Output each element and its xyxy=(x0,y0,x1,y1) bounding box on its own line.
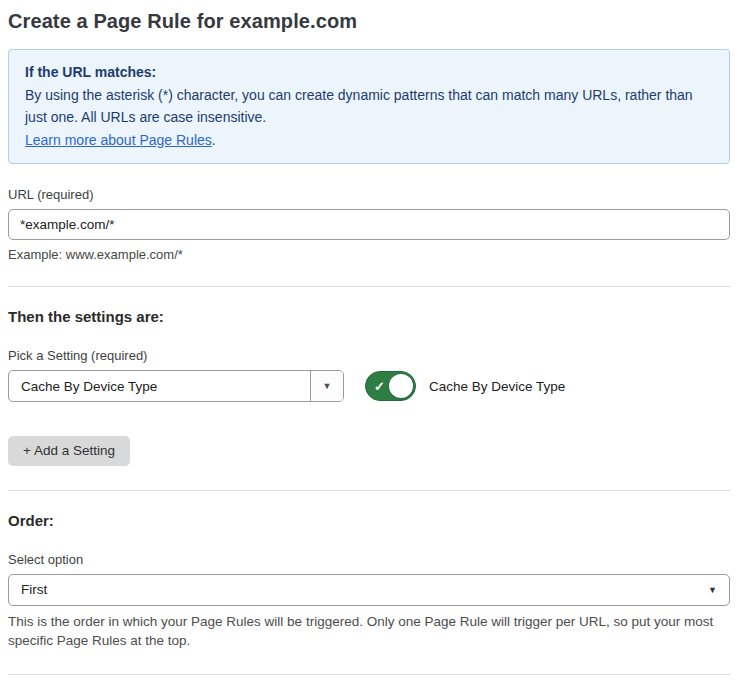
select-option-label: Select option xyxy=(8,552,730,567)
info-box-body: By using the asterisk (*) character, you… xyxy=(25,84,713,129)
pick-setting-label: Pick a Setting (required) xyxy=(8,348,730,363)
info-box-link-line: Learn more about Page Rules. xyxy=(25,129,713,152)
setting-select-arrow-button[interactable]: ▼ xyxy=(310,371,343,401)
settings-section-heading: Then the settings are: xyxy=(8,308,730,325)
info-box-heading: If the URL matches: xyxy=(25,61,713,84)
learn-more-link[interactable]: Learn more about Page Rules xyxy=(25,132,212,148)
toggle-label: Cache By Device Type xyxy=(429,379,565,394)
setting-row: Cache By Device Type ▼ ✓ Cache By Device… xyxy=(8,370,730,402)
divider xyxy=(8,286,730,287)
check-icon: ✓ xyxy=(374,380,385,393)
link-period: . xyxy=(212,132,216,148)
order-helper-text: This is the order in which your Page Rul… xyxy=(8,612,730,650)
divider xyxy=(8,674,730,675)
toggle-knob xyxy=(389,374,413,398)
url-input[interactable] xyxy=(8,209,730,240)
url-match-info-box: If the URL matches: By using the asteris… xyxy=(8,49,730,164)
setting-select[interactable]: Cache By Device Type ▼ xyxy=(8,370,344,402)
url-field-label: URL (required) xyxy=(8,187,730,202)
order-select[interactable]: First ▼ xyxy=(8,574,730,606)
order-section-heading: Order: xyxy=(8,512,730,529)
chevron-down-icon: ▼ xyxy=(708,585,717,594)
setting-select-value: Cache By Device Type xyxy=(9,371,310,401)
url-example-helper: Example: www.example.com/* xyxy=(8,247,730,262)
page-title: Create a Page Rule for example.com xyxy=(8,10,730,33)
chevron-down-icon: ▼ xyxy=(323,382,332,391)
cache-by-device-type-toggle[interactable]: ✓ xyxy=(365,371,416,401)
add-setting-button[interactable]: + Add a Setting xyxy=(8,436,130,466)
divider xyxy=(8,490,730,491)
order-select-value: First xyxy=(21,582,47,597)
create-page-rule-form: Create a Page Rule for example.com If th… xyxy=(8,0,730,688)
